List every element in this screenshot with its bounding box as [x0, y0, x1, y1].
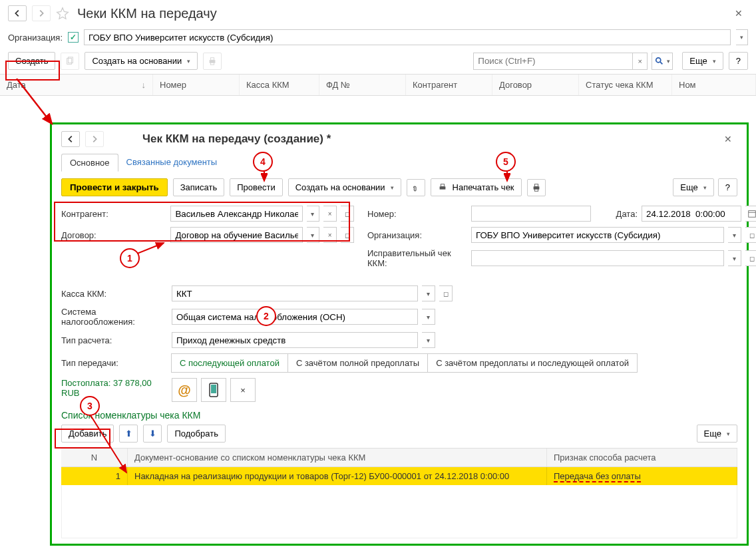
list-header: Дата↓ Номер Касса ККМ ФД № Контрагент До… [0, 74, 756, 96]
corr-open[interactable]: ◻ [745, 250, 756, 266]
more-button[interactable]: Еще [682, 52, 723, 70]
dlg-org-open[interactable]: ◻ [745, 227, 756, 243]
contragent-clear[interactable]: × [323, 206, 337, 222]
org-label: Организация: [8, 33, 63, 43]
tab-linked[interactable]: Связанные документы [118, 154, 226, 172]
table-row[interactable]: 1 Накладная на реализацию продукции и то… [61, 467, 737, 485]
dlg-nav-fwd[interactable] [85, 131, 104, 147]
copy-button[interactable] [61, 53, 79, 70]
contract-label: Договор: [61, 230, 166, 240]
email-icon: @ [178, 383, 191, 398]
col-status[interactable]: Статус чека ККМ [579, 75, 672, 95]
transfer-opt-3[interactable]: С зачётом предоплаты и последующей оплат… [427, 353, 638, 373]
pick-button[interactable]: Подобрать [167, 425, 225, 443]
col-sign[interactable]: Признак способа расчета [547, 449, 737, 466]
marker-2: 2 [256, 306, 276, 326]
post-button[interactable]: Провести [230, 178, 283, 196]
kkm-dd[interactable]: ▾ [422, 285, 435, 301]
contragent-input[interactable] [170, 206, 302, 222]
col-number[interactable]: Номер [153, 75, 240, 95]
list-section-title: Список номенклатуры чека ККМ [61, 410, 737, 421]
mobile-button[interactable] [201, 378, 226, 402]
nav-back-button[interactable] [8, 5, 27, 21]
date-input[interactable] [642, 206, 741, 222]
dlg-print-button[interactable] [527, 179, 546, 196]
dlg-create-based[interactable]: Создать на основании [288, 178, 401, 196]
close-button[interactable]: ✕ [729, 5, 748, 21]
items-empty-area [61, 485, 737, 538]
col-n[interactable]: N [61, 449, 128, 466]
tax-input[interactable] [172, 309, 418, 325]
org-checkbox[interactable]: ✓ [68, 32, 79, 43]
corr-input[interactable] [471, 250, 724, 266]
attach-button[interactable] [407, 179, 425, 196]
dlg-close[interactable]: ✕ [719, 131, 737, 147]
tab-main[interactable]: Основное [61, 154, 118, 172]
list-more-button[interactable]: Еще [697, 425, 737, 443]
contract-clear[interactable]: × [323, 227, 337, 243]
magnifier-icon [655, 57, 664, 66]
dialog-title: Чек ККМ на передачу (создание) * [142, 132, 331, 146]
email-button[interactable]: @ [172, 378, 197, 402]
col-nom[interactable]: Ном [672, 75, 756, 95]
dlg-nav-back[interactable] [61, 131, 80, 147]
create-based-button[interactable]: Создать на основании [85, 52, 198, 70]
contragent-open[interactable]: ◻ [341, 206, 354, 222]
post-close-button[interactable]: Провести и закрыть [61, 178, 168, 196]
col-contract[interactable]: Договор [492, 75, 579, 95]
org-input[interactable] [84, 29, 731, 45]
date-picker[interactable] [745, 206, 756, 222]
marker-3: 3 [80, 396, 100, 416]
transfer-opt-2[interactable]: С зачётом полной предоплаты [287, 353, 428, 373]
contragent-dd[interactable]: ▾ [307, 206, 320, 222]
contract-open[interactable]: ◻ [341, 227, 354, 243]
cell-n: 1 [61, 467, 128, 485]
print-check-button[interactable]: Напечатать чек [431, 178, 522, 196]
transfer-label: Тип передачи: [61, 358, 168, 368]
svg-rect-6 [439, 186, 445, 189]
col-kkm[interactable]: Касса ККМ [240, 75, 319, 95]
move-up-button[interactable]: ⬆ [119, 425, 138, 443]
calc-dd[interactable]: ▾ [422, 332, 435, 348]
col-contragent[interactable]: Контрагент [406, 75, 492, 95]
search-button[interactable] [652, 53, 673, 70]
dlg-more-button[interactable]: Еще [673, 178, 713, 196]
tax-dd[interactable]: ▾ [422, 309, 435, 325]
marker-1: 1 [120, 248, 140, 268]
search-clear-button[interactable]: × [633, 53, 648, 70]
marker-4: 4 [253, 152, 273, 172]
col-date[interactable]: Дата [7, 80, 26, 90]
contract-dd[interactable]: ▾ [307, 227, 320, 243]
contract-input[interactable] [170, 227, 302, 243]
org-dropdown-button[interactable]: ▾ [736, 29, 748, 45]
copy-icon [65, 57, 75, 66]
corr-label: Исправительный чек ККМ: [367, 248, 467, 268]
move-down-button[interactable]: ⬇ [143, 425, 162, 443]
corr-dd[interactable]: ▾ [728, 250, 741, 266]
number-input[interactable] [471, 206, 591, 222]
create-button[interactable]: Создать [8, 52, 55, 70]
dlg-org-input[interactable] [471, 227, 724, 243]
dlg-org-dd[interactable]: ▾ [728, 227, 741, 243]
print-button[interactable] [203, 53, 222, 70]
kkm-open[interactable]: ◻ [439, 285, 453, 301]
kkm-input[interactable] [172, 285, 418, 301]
transfer-opt-1[interactable]: С последующей оплатой [171, 353, 288, 373]
cell-doc: Накладная на реализацию продукции и това… [128, 467, 547, 485]
search-input[interactable] [473, 53, 633, 70]
star-icon[interactable] [56, 7, 69, 20]
col-doc[interactable]: Документ-основание со списком номенклату… [128, 449, 547, 466]
nav-forward-button[interactable] [32, 5, 51, 21]
calc-input[interactable] [172, 332, 418, 348]
col-fd[interactable]: ФД № [319, 75, 406, 95]
add-button[interactable]: Добавить [61, 425, 114, 443]
cell-sign: Передача без оплаты [547, 467, 737, 485]
page-title: Чеки ККМ на передачу [77, 6, 217, 21]
save-button[interactable]: Записать [173, 178, 225, 196]
arrow-right-icon [37, 9, 46, 18]
dlg-help-button[interactable]: ? [718, 178, 737, 196]
svg-point-5 [656, 57, 661, 62]
help-button[interactable]: ? [729, 52, 748, 70]
number-label: Номер: [367, 209, 467, 219]
clear-contact-button[interactable]: × [230, 378, 256, 402]
